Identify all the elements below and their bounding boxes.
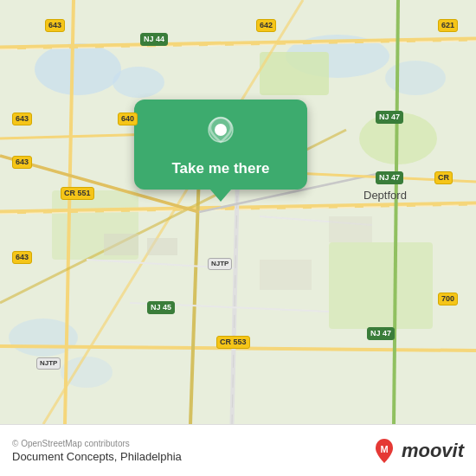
road-badge-700: 700 bbox=[438, 293, 458, 306]
road-badge-643-bl: 643 bbox=[12, 251, 32, 264]
map-background bbox=[0, 0, 476, 424]
road-badge-643-tl: 643 bbox=[45, 19, 65, 32]
svg-rect-30 bbox=[104, 234, 138, 255]
moovit-wordmark: moovit bbox=[402, 440, 464, 462]
callout-bubble[interactable]: Take me there bbox=[134, 100, 307, 190]
svg-rect-9 bbox=[329, 242, 433, 329]
road-badge-cr: CR bbox=[434, 171, 453, 184]
road-badge-640: 640 bbox=[118, 113, 138, 125]
moovit-icon: M bbox=[370, 437, 398, 465]
road-badge-cr551: CR 551 bbox=[61, 187, 94, 200]
svg-rect-31 bbox=[147, 238, 177, 255]
location-name: Document Concepts, Philadelphia bbox=[12, 450, 182, 463]
svg-text:M: M bbox=[380, 444, 388, 454]
svg-point-35 bbox=[215, 124, 227, 136]
road-badge-njtp-m: NJTP bbox=[208, 258, 232, 270]
svg-point-2 bbox=[113, 67, 164, 98]
svg-point-4 bbox=[385, 61, 446, 95]
road-badge-643-ml: 643 bbox=[12, 113, 32, 125]
moovit-logo: M moovit bbox=[370, 437, 464, 465]
road-badge-cr553: CR 553 bbox=[216, 336, 250, 349]
svg-rect-33 bbox=[329, 216, 372, 242]
callout-label: Take me there bbox=[171, 160, 269, 177]
map-container: Take me there Deptford 643 643 643 643 6… bbox=[0, 0, 476, 424]
road-badge-642: 642 bbox=[256, 19, 276, 32]
road-badge-njtp-b: NJTP bbox=[36, 357, 61, 370]
bottom-info: © OpenStreetMap contributors Document Co… bbox=[12, 439, 182, 463]
bottom-bar: © OpenStreetMap contributors Document Co… bbox=[0, 424, 476, 476]
road-badge-621: 621 bbox=[438, 19, 458, 32]
road-badge-nj45: NJ 45 bbox=[147, 301, 175, 314]
location-pin-icon bbox=[202, 115, 240, 153]
road-badge-nj47-t: NJ 47 bbox=[376, 111, 403, 124]
copyright-text: © OpenStreetMap contributors bbox=[12, 439, 182, 448]
svg-rect-7 bbox=[260, 52, 329, 95]
road-badge-nj44: NJ 44 bbox=[140, 33, 168, 46]
svg-rect-32 bbox=[260, 260, 312, 290]
road-badge-nj47-b: NJ 47 bbox=[367, 327, 395, 340]
svg-point-1 bbox=[35, 43, 121, 95]
road-badge-nj47-m: NJ 47 bbox=[376, 171, 403, 184]
road-badge-643-ml2: 643 bbox=[12, 156, 32, 169]
